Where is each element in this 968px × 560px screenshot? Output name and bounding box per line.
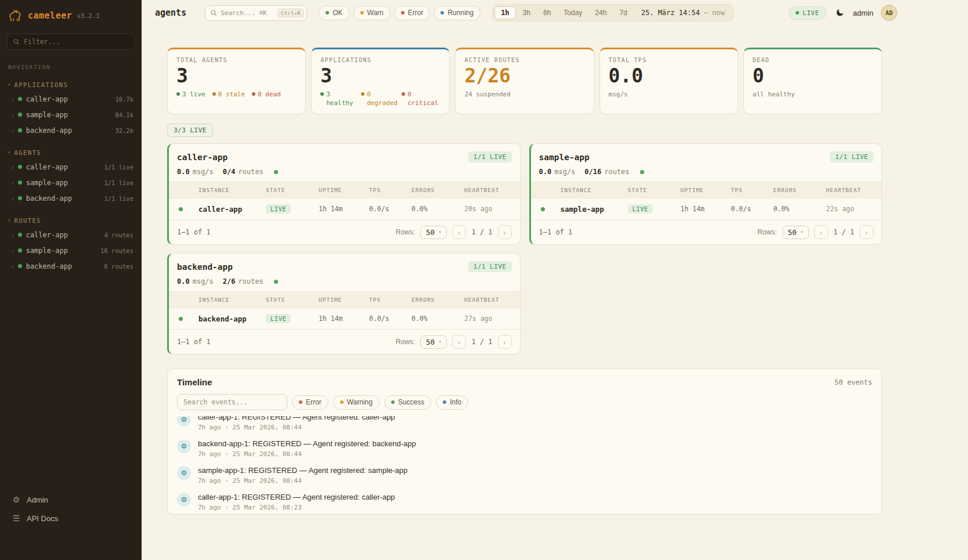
routes-value: 0/4: [223, 168, 236, 176]
timeline-event-count: 50 events: [835, 378, 872, 386]
timeline-chip-info[interactable]: Info: [436, 395, 468, 410]
section-header-agents[interactable]: ▾ AGENTS: [0, 146, 142, 159]
sidebar-item-label: caller-app: [26, 231, 68, 239]
state-badge: LIVE: [628, 204, 653, 214]
search-input[interactable]: [221, 9, 274, 17]
status-dot: [18, 180, 22, 185]
sidebar-item-application-backend-app[interactable]: › backend-app 32.2k: [0, 122, 142, 138]
time-range-today[interactable]: Today: [558, 6, 588, 19]
filter-chip-running[interactable]: Running: [434, 6, 481, 20]
section-header-routes[interactable]: ▾ ROUTES: [0, 214, 142, 227]
time-range-6h[interactable]: 6h: [537, 6, 557, 19]
datetime-start: 25. März 14:54: [641, 9, 700, 17]
app-card-header: sample-app 1/1 LIVE: [531, 144, 882, 168]
sidebar-item-route-sample-app[interactable]: › sample-app 16 routes: [0, 243, 142, 258]
sidebar-item-route-caller-app[interactable]: › caller-app 4 routes: [0, 227, 142, 243]
app-card-backend-app: backend-app 1/1 LIVE 0.0msg/s 2/6routes …: [167, 253, 521, 355]
sidebar-item-badge: 32.2k: [115, 127, 133, 134]
filter-chip-ok[interactable]: OK: [319, 6, 349, 20]
table-row[interactable]: sample-app LIVE 1h 14m 0.0/s 0.0% 22s ag…: [531, 198, 882, 219]
event-time: 7h ago · 25 Mar 2026, 08:44: [198, 424, 395, 431]
time-range-7d[interactable]: 7d: [613, 6, 633, 19]
timeline-events-list[interactable]: ⚙ caller-app-1: REGISTERED — Agent regis…: [168, 416, 882, 514]
section-header-applications[interactable]: ▾ APPLICATIONS: [0, 78, 142, 91]
sidebar-item-route-backend-app[interactable]: › backend-app 6 routes: [0, 258, 142, 274]
timeline-controls: Error Warning Success Info: [168, 391, 882, 416]
sidebar-item-agent-backend-app[interactable]: › backend-app 1/1 live: [0, 190, 142, 206]
time-range-3h[interactable]: 3h: [517, 6, 536, 19]
sidebar-item-label: caller-app: [26, 95, 68, 103]
sidebar-item-agent-caller-app[interactable]: › caller-app 1/1 live: [0, 159, 142, 175]
sidebar-item-api-docs[interactable]: ☰ API Docs: [0, 509, 142, 528]
stat-subtext: 3 healthy 0 degraded 0 critical: [320, 91, 440, 107]
table-row[interactable]: backend-app LIVE 1h 14m 0.0/s 0.0% 27s a…: [169, 308, 520, 329]
datetime-end: now: [712, 9, 725, 17]
page-title: agents: [155, 8, 186, 18]
sidebar-item-agent-sample-app[interactable]: › sample-app 1/1 live: [0, 175, 142, 190]
rows-per-page-select[interactable]: 50▾: [420, 226, 447, 239]
stat-subtext: 24 suspended: [464, 91, 584, 99]
timeline-header: Timeline 50 events: [168, 369, 882, 391]
sidebar-item-admin[interactable]: ⚙ Admin: [0, 490, 142, 509]
filter-chip-error[interactable]: Error: [394, 6, 431, 20]
status-dot: [179, 317, 183, 321]
next-page-button[interactable]: ›: [498, 225, 512, 239]
chevron-down-icon: ▾: [439, 230, 441, 234]
dark-mode-toggle[interactable]: [834, 7, 846, 19]
rows-per-page-select[interactable]: 50▾: [420, 335, 447, 349]
sidebar-item-badge: 1/1 live: [104, 164, 133, 171]
table-footer: 1–1 of 1 Rows: 50▾ ‹ 1 / 1 ›: [169, 329, 520, 354]
status-dot: [299, 400, 302, 404]
column-header: HEARTBEAT: [464, 297, 520, 303]
filter-chip-warn[interactable]: Warn: [353, 6, 391, 20]
sidebar-item-application-caller-app[interactable]: › caller-app 10.7k: [0, 91, 142, 107]
sidebar-filter-input[interactable]: [24, 38, 129, 46]
table-header: INSTANCE STATE UPTIME TPS ERRORS HEARTBE…: [169, 182, 520, 198]
chevron-down-icon: ▾: [8, 82, 10, 87]
event-text: caller-app-1: REGISTERED — Agent registe…: [198, 493, 395, 501]
section-label: APPLICATIONS: [15, 81, 68, 88]
timeline-search-input[interactable]: [177, 394, 287, 410]
timeline-chip-error[interactable]: Error: [292, 395, 328, 410]
timeline-chip-warning[interactable]: Warning: [333, 395, 380, 410]
prev-page-button[interactable]: ‹: [814, 225, 828, 239]
sidebar-item-application-sample-app[interactable]: › sample-app 84.1k: [0, 107, 142, 122]
stat-sub-text: 0 dead: [258, 91, 281, 99]
cell-errors: 0.0%: [411, 205, 464, 213]
timeline-chip-success[interactable]: Success: [384, 395, 431, 410]
column-header: INSTANCE: [198, 297, 266, 303]
sidebar-item-label: backend-app: [26, 262, 72, 270]
table-footer: 1–1 of 1 Rows: 50▾ ‹ 1 / 1 ›: [531, 219, 882, 244]
prev-page-button[interactable]: ‹: [452, 335, 466, 349]
chevron-right-icon: ›: [12, 179, 14, 186]
status-dot: [18, 233, 22, 237]
content: agents Ctrl+K OK Warn E: [142, 0, 968, 560]
brand: cameleer v3.2.1: [0, 0, 142, 28]
sidebar-item-label: backend-app: [26, 127, 72, 135]
stat-card-active-routes: ACTIVE ROUTES 2/26 24 suspended: [455, 48, 594, 114]
cell-instance: caller-app: [198, 205, 266, 214]
time-range-24h[interactable]: 24h: [589, 6, 612, 19]
cell-heartbeat: 20s ago: [464, 205, 520, 213]
status-dot: [212, 92, 216, 96]
next-page-button[interactable]: ›: [859, 225, 873, 239]
brand-version: v3.2.1: [77, 12, 100, 20]
prev-page-button[interactable]: ‹: [452, 225, 466, 239]
column-header: HEARTBEAT: [826, 187, 882, 193]
rows-per-page-value: 50: [426, 228, 435, 237]
gear-icon: ⚙: [177, 416, 191, 427]
section-label: AGENTS: [15, 149, 41, 156]
table-row[interactable]: caller-app LIVE 1h 14m 0.0/s 0.0% 20s ag…: [169, 198, 520, 219]
rows-per-page-select[interactable]: 50▾: [782, 226, 809, 239]
global-search[interactable]: Ctrl+K: [205, 5, 307, 21]
chip-label: Running: [447, 9, 474, 17]
app-card-header: caller-app 1/1 LIVE: [169, 144, 520, 168]
avatar[interactable]: AD: [881, 5, 897, 21]
chevron-right-icon: ›: [12, 232, 14, 239]
page-indicator: 1 / 1: [471, 338, 492, 346]
stat-card-applications: APPLICATIONS 3 3 healthy 0 degraded 0 cr…: [311, 48, 450, 114]
pagination-range: 1–1 of 1: [177, 338, 211, 346]
next-page-button[interactable]: ›: [498, 335, 512, 349]
stat-value: 2/26: [464, 66, 584, 86]
time-range-1h[interactable]: 1h: [494, 6, 515, 19]
